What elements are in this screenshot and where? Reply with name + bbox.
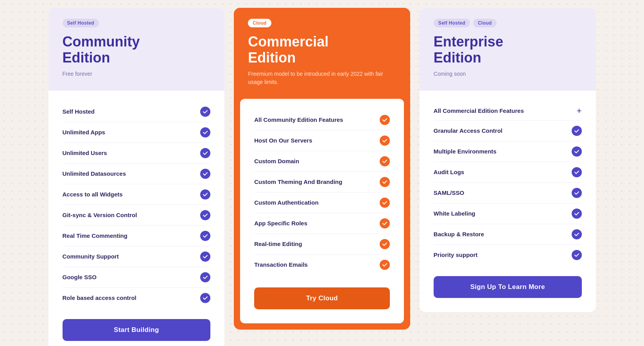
community-title: CommunityEdition bbox=[63, 34, 211, 66]
list-item: All Commercial Edition Features + bbox=[434, 102, 582, 121]
feature-label: Audit Logs bbox=[434, 169, 464, 175]
enterprise-cloud-badge: Cloud bbox=[473, 19, 497, 27]
feature-label: Unlimited Apps bbox=[63, 129, 105, 136]
try-cloud-button[interactable]: Try Cloud bbox=[254, 287, 390, 309]
feature-label: Custom Domain bbox=[254, 158, 299, 164]
list-item: All Community Edition Features bbox=[254, 110, 390, 130]
check-icon bbox=[572, 188, 582, 198]
feature-label: Host On Our Servers bbox=[254, 137, 312, 144]
check-icon bbox=[200, 293, 210, 303]
list-item: Custom Domain bbox=[254, 151, 390, 172]
list-item: Custom Theming And Branding bbox=[254, 172, 390, 193]
community-feature-list: Self Hosted Unlimited Apps Unlimited Use… bbox=[63, 102, 211, 308]
list-item: Unlimited Apps bbox=[63, 122, 211, 143]
start-building-button[interactable]: Start Building bbox=[63, 319, 211, 341]
community-body: Self Hosted Unlimited Apps Unlimited Use… bbox=[48, 91, 225, 346]
community-badge-row: Self Hosted bbox=[63, 19, 211, 27]
check-icon bbox=[572, 167, 582, 177]
list-item: Unlimited Datasources bbox=[63, 164, 211, 184]
feature-label: Community Support bbox=[63, 253, 119, 260]
check-icon bbox=[200, 251, 210, 262]
feature-label: Granular Access Control bbox=[434, 127, 502, 134]
check-icon bbox=[200, 272, 210, 282]
check-icon bbox=[380, 136, 390, 146]
community-self-hosted-badge: Self Hosted bbox=[63, 19, 99, 27]
feature-label: App Specific Roles bbox=[254, 220, 307, 227]
list-item: Transaction Emails bbox=[254, 255, 390, 275]
list-item: App Specific Roles bbox=[254, 213, 390, 234]
list-item: Multiple Environments bbox=[434, 141, 582, 162]
list-item: Unlimited Users bbox=[63, 143, 211, 164]
commercial-cloud-badge: Cloud bbox=[248, 19, 271, 27]
commercial-body: All Community Edition Features Host On O… bbox=[240, 99, 404, 323]
community-header: Self Hosted CommunityEdition Free foreve… bbox=[48, 8, 225, 91]
commercial-title: CommercialEdition bbox=[248, 34, 396, 66]
check-icon bbox=[380, 115, 390, 125]
enterprise-badge-row: Self Hosted Cloud bbox=[434, 19, 582, 27]
check-icon bbox=[572, 126, 582, 136]
list-item: SAML/SSO bbox=[434, 183, 582, 203]
check-icon bbox=[380, 260, 390, 270]
check-icon bbox=[380, 218, 390, 228]
feature-label: Custom Theming And Branding bbox=[254, 178, 342, 185]
enterprise-self-hosted-badge: Self Hosted bbox=[434, 19, 470, 27]
check-icon bbox=[380, 177, 390, 187]
check-icon bbox=[200, 169, 210, 179]
check-icon bbox=[380, 156, 390, 166]
feature-label: Multiple Environments bbox=[434, 148, 497, 155]
feature-label: All Community Edition Features bbox=[254, 116, 343, 123]
list-item: Audit Logs bbox=[434, 162, 582, 183]
commercial-feature-list: All Community Edition Features Host On O… bbox=[254, 110, 390, 275]
community-subtitle: Free forever bbox=[63, 70, 211, 78]
enterprise-card: Self Hosted Cloud EnterpriseEdition Comi… bbox=[420, 8, 596, 312]
feature-label: Real-time Editing bbox=[254, 241, 302, 247]
commercial-header: Cloud CommercialEdition Freemium model t… bbox=[234, 8, 410, 99]
check-icon bbox=[200, 127, 210, 137]
feature-label: Self Hosted bbox=[63, 108, 95, 115]
commercial-badge-row: Cloud bbox=[248, 19, 396, 27]
check-icon bbox=[572, 250, 582, 260]
community-card: Self Hosted CommunityEdition Free foreve… bbox=[48, 8, 225, 346]
sign-up-button[interactable]: Sign Up To Learn More bbox=[434, 276, 582, 298]
list-item: Custom Authentication bbox=[254, 193, 390, 213]
feature-label: Role based access control bbox=[63, 294, 136, 301]
list-item: Real Time Commenting bbox=[63, 226, 211, 246]
list-item: Role based access control bbox=[63, 288, 211, 308]
feature-label: Unlimited Datasources bbox=[63, 170, 126, 177]
check-icon bbox=[200, 231, 210, 241]
list-item: Host On Our Servers bbox=[254, 130, 390, 151]
feature-label: Unlimited Users bbox=[63, 150, 107, 156]
feature-label: All Commercial Edition Features bbox=[434, 107, 524, 114]
check-icon bbox=[572, 229, 582, 239]
check-icon bbox=[572, 209, 582, 219]
enterprise-feature-list: All Commercial Edition Features + Granul… bbox=[434, 102, 582, 265]
feature-label: Real Time Commenting bbox=[63, 232, 127, 239]
check-icon bbox=[572, 146, 582, 157]
pricing-container: Self Hosted CommunityEdition Free foreve… bbox=[48, 8, 596, 346]
check-icon bbox=[200, 210, 210, 220]
feature-label: Transaction Emails bbox=[254, 261, 308, 268]
list-item: Google SSO bbox=[63, 267, 211, 288]
feature-label: Backup & Restore bbox=[434, 231, 484, 237]
enterprise-subtitle: Coming soon bbox=[434, 70, 582, 78]
list-item: Real-time Editing bbox=[254, 234, 390, 255]
check-icon bbox=[380, 239, 390, 249]
commercial-card: Cloud CommercialEdition Freemium model t… bbox=[234, 8, 410, 330]
enterprise-title: EnterpriseEdition bbox=[434, 34, 582, 66]
list-item: Access to all Widgets bbox=[63, 184, 211, 205]
feature-label: White Labeling bbox=[434, 210, 475, 217]
list-item: Granular Access Control bbox=[434, 121, 582, 141]
enterprise-header: Self Hosted Cloud EnterpriseEdition Comi… bbox=[420, 8, 596, 91]
feature-label: Google SSO bbox=[63, 274, 97, 280]
plus-icon: + bbox=[577, 107, 582, 115]
list-item: Self Hosted bbox=[63, 102, 211, 122]
check-icon bbox=[200, 148, 210, 158]
list-item: Backup & Restore bbox=[434, 224, 582, 245]
feature-label: Access to all Widgets bbox=[63, 191, 123, 198]
commercial-subtitle: Freemium model to be introduced in early… bbox=[248, 70, 396, 86]
enterprise-body: All Commercial Edition Features + Granul… bbox=[420, 91, 596, 312]
list-item: Community Support bbox=[63, 246, 211, 267]
feature-label: SAML/SSO bbox=[434, 189, 464, 196]
list-item: Priority support bbox=[434, 245, 582, 265]
feature-label: Priority support bbox=[434, 251, 478, 258]
